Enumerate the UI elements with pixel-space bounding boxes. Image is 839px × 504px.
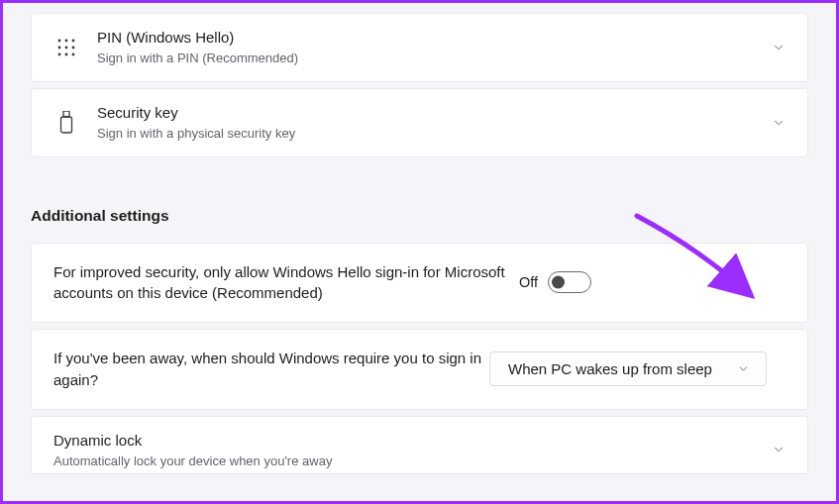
svg-point-5 [72, 46, 75, 49]
additional-settings-header: Additional settings [31, 207, 808, 225]
toggle-state-label: Off [519, 274, 538, 290]
svg-point-0 [58, 39, 61, 42]
toggle-knob [552, 276, 565, 289]
chevron-down-icon [772, 41, 786, 54]
signin-option-security-key[interactable]: Security key Sign in with a physical sec… [31, 88, 808, 157]
windows-hello-only-text: For improved security, only allow Window… [53, 261, 519, 305]
svg-rect-10 [61, 117, 72, 133]
pin-keypad-icon [50, 38, 83, 57]
signin-option-title: PIN (Windows Hello) [97, 28, 772, 48]
svg-point-1 [65, 39, 68, 42]
dropdown-selected-value: When PC wakes up from sleep [508, 360, 712, 377]
chevron-down-icon [772, 116, 786, 130]
svg-point-2 [72, 39, 75, 42]
require-signin-dropdown[interactable]: When PC wakes up from sleep [489, 352, 767, 386]
svg-point-8 [72, 52, 75, 55]
svg-rect-9 [63, 111, 69, 117]
windows-hello-only-toggle[interactable] [548, 271, 591, 293]
settings-panel: PIN (Windows Hello) Sign in with a PIN (… [0, 0, 839, 504]
dynamic-lock-subtitle: Automatically lock your device when you'… [53, 453, 772, 470]
require-signin-row: If you've been away, when should Windows… [31, 329, 808, 410]
dynamic-lock-row[interactable]: Dynamic lock Automatically lock your dev… [31, 416, 808, 475]
chevron-down-icon [737, 362, 750, 375]
signin-option-pin[interactable]: PIN (Windows Hello) Sign in with a PIN (… [31, 13, 808, 82]
svg-point-7 [65, 52, 68, 55]
svg-point-4 [65, 46, 68, 49]
usb-key-icon [50, 111, 83, 135]
signin-option-subtitle: Sign in with a physical security key [97, 125, 772, 143]
dynamic-lock-title: Dynamic lock [53, 431, 772, 451]
require-signin-text: If you've been away, when should Windows… [53, 348, 489, 391]
signin-option-subtitle: Sign in with a PIN (Recommended) [97, 50, 772, 67]
svg-point-3 [58, 46, 61, 49]
chevron-down-icon [772, 443, 786, 456]
svg-point-6 [58, 52, 61, 55]
signin-option-title: Security key [97, 103, 772, 123]
windows-hello-only-row: For improved security, only allow Window… [31, 243, 808, 324]
